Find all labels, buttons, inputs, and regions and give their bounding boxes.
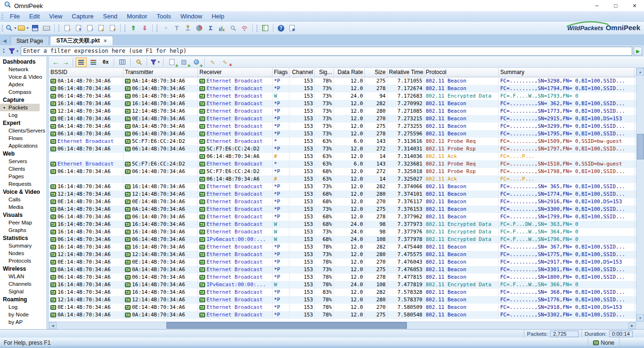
protocol-cell[interactable]: 802.11 Beacon <box>424 296 499 304</box>
column-header-data-rate[interactable]: Data Rate <box>334 68 365 77</box>
filter-spin-control[interactable]: ▲▼ <box>1 48 7 54</box>
receiver-cell[interactable]: IPv6mcast:00:00:... <box>198 281 272 289</box>
size-cell[interactable]: 280 <box>365 108 388 115</box>
minimize-icon[interactable]: – <box>587 0 606 11</box>
packet-row[interactable]: 06:14:4B:70:34:A606:14:4B:70:34:A65C:F7:… <box>49 145 636 153</box>
channel-cell[interactable]: 153 <box>289 304 315 311</box>
channel-cell[interactable]: 153 <box>289 100 315 108</box>
apply-filter-button[interactable]: ▶ <box>634 47 642 56</box>
transmitter-cell[interactable]: 16:14:4B:70:34:A6 <box>124 289 198 296</box>
transmitter-cell[interactable]: 0A:14:4B:70:34:A6 <box>124 266 198 273</box>
relative-time-cell[interactable]: 7.377976 <box>388 228 424 236</box>
summary-cell[interactable]: FC=........,SN= 367,FN= 0,BI=100,SSID... <box>499 243 635 251</box>
sidebar-item-nodes[interactable]: Nodes <box>0 249 46 257</box>
flags-cell[interactable]: W <box>272 92 289 100</box>
packet-row[interactable]: Ethernet Broadcast5C:F7:E6:CC:24:D2Ether… <box>49 160 636 168</box>
transmitter-cell[interactable]: 06:14:4B:70:34:A6 <box>124 213 198 221</box>
size-cell[interactable]: 14 <box>365 175 388 183</box>
signal-cell[interactable]: 78% <box>315 77 334 85</box>
sidebar-item-wlan[interactable]: WLAN <box>0 273 46 280</box>
receiver-cell[interactable]: Ethernet Broadcast <box>198 183 272 191</box>
channel-cell[interactable]: 153 <box>289 251 315 258</box>
channel-cell[interactable]: 153 <box>289 115 315 123</box>
start-page-button[interactable]: ▶ <box>287 23 297 33</box>
send-upload-button[interactable]: ⇑ <box>128 23 139 33</box>
flags-cell[interactable]: * <box>272 138 289 145</box>
bssid-cell[interactable]: 16:14:4B:70:34:A6 <box>49 183 124 191</box>
transmitter-cell[interactable]: 16:14:4B:70:34:A6 <box>124 243 198 251</box>
receiver-cell[interactable]: Ethernet Broadcast <box>198 115 272 123</box>
sidebar-item-media[interactable]: Media <box>0 203 46 211</box>
sidebar-item-network[interactable]: Network <box>0 66 46 73</box>
relative-time-cell[interactable]: 7.475575 <box>388 251 424 258</box>
size-cell[interactable]: 272 <box>365 168 388 175</box>
monitor-gauge-button[interactable]: ◔ <box>160 23 171 33</box>
summary-cell[interactable]: FC=........,SN=3301,FN= 0,BI=100,SSID... <box>499 266 635 273</box>
capture-options-button[interactable]: ▼ <box>6 23 17 33</box>
bssid-cell[interactable]: 16:14:4B:70:34:A6 <box>49 243 124 251</box>
relative-time-cell[interactable]: 7.475440 <box>388 243 424 251</box>
sidebar-item-clients-servers[interactable]: Clients/Servers <box>0 127 46 134</box>
name-table-button[interactable]: T <box>172 23 182 33</box>
transmitter-cell[interactable]: 12:14:4B:70:34:A6 <box>124 108 198 115</box>
flags-cell[interactable]: *P <box>272 258 289 266</box>
menu-item-view[interactable]: View <box>44 13 67 20</box>
data-rate-cell[interactable]: 12.0 <box>334 130 365 138</box>
size-cell[interactable]: 98 <box>365 228 388 236</box>
channel-cell[interactable]: 153 <box>289 191 315 198</box>
menu-item-capture[interactable]: Capture <box>67 13 98 20</box>
size-cell[interactable]: 98 <box>365 221 388 228</box>
protocol-cell[interactable]: 802.11 Beacon <box>424 311 499 319</box>
view-decode-button[interactable] <box>88 58 99 67</box>
signal-cell[interactable]: 83% <box>315 289 334 296</box>
receiver-cell[interactable]: Ethernet Broadcast <box>198 85 272 92</box>
relative-time-cell[interactable]: 7.377962 <box>388 213 424 221</box>
packet-row[interactable]: 16:14:4B:70:34:A616:14:4B:70:34:A6Ethern… <box>49 100 636 108</box>
insert-filter-button[interactable]: + <box>166 58 177 67</box>
menu-item-help[interactable]: Help <box>207 13 229 20</box>
summary-cell[interactable]: FC=........,SN=2915,FN= 0,BI=100,DS=153 <box>499 115 635 123</box>
find-packet-button[interactable] <box>133 58 144 67</box>
transmitter-cell[interactable]: 06:14:4B:70:34:A6 <box>124 92 198 100</box>
menu-item-send[interactable]: Send <box>99 13 122 20</box>
bssid-cell[interactable]: 16:14:4B:70:34:A6 <box>49 100 124 108</box>
summary-cell[interactable]: FC=....P... <box>499 153 635 160</box>
flags-cell[interactable]: W <box>272 236 289 243</box>
signal-cell[interactable]: 73% <box>315 145 334 153</box>
flags-cell[interactable]: *P <box>272 251 289 258</box>
relative-time-cell[interactable]: 7.477819 <box>388 281 424 289</box>
receiver-cell[interactable]: Ethernet Broadcast <box>198 108 272 115</box>
flags-cell[interactable]: *P <box>272 108 289 115</box>
transmitter-cell[interactable]: 0A:14:4B:70:34:A6 <box>124 77 198 85</box>
scroll-left-icon[interactable]: ◀ <box>49 322 57 329</box>
flags-cell[interactable]: W <box>272 221 289 228</box>
flags-cell[interactable]: *P <box>272 198 289 206</box>
protocol-cell[interactable]: 802.11 Beacon <box>424 258 499 266</box>
signal-cell[interactable]: 63% <box>315 175 334 183</box>
transmitter-cell[interactable]: 06:14:4B:70:34:A6 <box>124 273 198 281</box>
channel-cell[interactable]: 153 <box>289 85 315 92</box>
receiver-cell[interactable]: 5C:F7:E6:CC:24:D2 <box>198 168 272 175</box>
summary-cell[interactable]: FC=........,SN=3300,FN= 0,BI=100,SSID... <box>499 206 635 213</box>
size-cell[interactable]: 282 <box>365 243 388 251</box>
channel-cell[interactable]: 153 <box>289 123 315 130</box>
signal-cell[interactable]: 78% <box>315 243 334 251</box>
menu-item-monitor[interactable]: Monitor <box>122 13 152 20</box>
transmitter-cell[interactable]: 0E:14:4B:70:34:A6 <box>124 198 198 206</box>
protocol-cell[interactable]: 802.11 Ack <box>424 175 499 183</box>
transmitter-cell[interactable]: 12:14:4B:70:34:A6 <box>124 251 198 258</box>
transmitter-cell[interactable]: 0E:14:4B:70:34:A6 <box>124 304 198 311</box>
summary-cell[interactable]: FC=........,SN=3299,FN= 0,BI=100,SSID... <box>499 123 635 130</box>
column-header-protocol[interactable]: Protocol <box>424 68 499 77</box>
receiver-cell[interactable]: Ethernet Broadcast <box>198 138 272 145</box>
signal-cell[interactable]: 73% <box>315 228 334 236</box>
sidebar-item-flows[interactable]: Flows <box>0 134 46 142</box>
transmitter-cell[interactable]: 5C:F7:E6:CC:24:D2 <box>124 160 198 168</box>
sidebar-item-requests[interactable]: Requests <box>0 180 46 188</box>
flags-cell[interactable]: *P <box>272 123 289 130</box>
transmitter-cell[interactable]: 0A:14:4B:70:34:A6 <box>124 311 198 319</box>
tab-sta-pkt[interactable]: STA三次关联.pkt× <box>50 36 113 45</box>
transmitter-cell[interactable]: 0A:14:4B:70:34:A6 <box>124 206 198 213</box>
protocol-cell[interactable]: 802.11 Beacon <box>424 191 499 198</box>
delete-note-button[interactable]: ✎× <box>219 58 231 67</box>
